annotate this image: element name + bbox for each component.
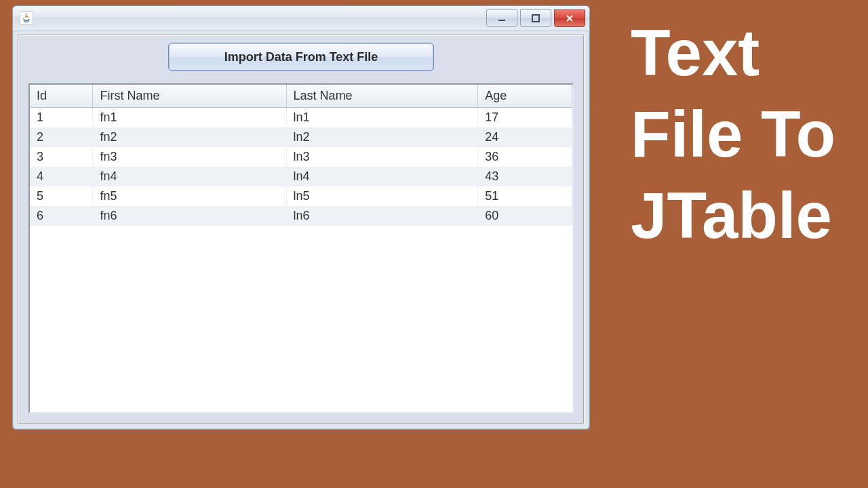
side-caption: Text File To JTable <box>631 12 835 256</box>
client-area: Import Data From Text File Id First Name… <box>18 35 585 424</box>
table-row[interactable]: 6 fn6 ln6 60 <box>30 206 572 226</box>
cell-age[interactable]: 60 <box>478 206 572 226</box>
cell-age[interactable]: 24 <box>478 127 572 147</box>
header-age[interactable]: Age <box>478 85 572 108</box>
table-row[interactable]: 1 fn1 ln1 17 <box>30 108 572 128</box>
cell-last[interactable]: ln4 <box>286 167 478 186</box>
table-header-row: Id First Name Last Name Age <box>30 85 572 108</box>
cell-age[interactable]: 36 <box>478 147 572 167</box>
import-button[interactable]: Import Data From Text File <box>168 43 434 71</box>
table-row[interactable]: 4 fn4 ln4 43 <box>30 167 572 186</box>
svg-rect-1 <box>532 15 539 22</box>
cell-first[interactable]: fn1 <box>93 108 286 128</box>
cell-age[interactable]: 51 <box>478 186 572 206</box>
table-row[interactable]: 5 fn5 ln5 51 <box>30 186 572 206</box>
cell-last[interactable]: ln6 <box>286 206 478 226</box>
header-id[interactable]: Id <box>30 85 93 108</box>
side-caption-line1: Text <box>631 12 835 94</box>
cell-first[interactable]: fn2 <box>93 127 286 147</box>
java-icon <box>20 12 33 25</box>
cell-first[interactable]: fn6 <box>93 206 286 226</box>
cell-last[interactable]: ln5 <box>286 186 478 206</box>
table-row[interactable]: 3 fn3 ln3 36 <box>30 147 572 167</box>
maximize-button[interactable] <box>520 9 551 27</box>
cell-id[interactable]: 3 <box>30 147 93 167</box>
cell-id[interactable]: 2 <box>30 127 93 147</box>
table-row[interactable]: 2 fn2 ln2 24 <box>30 127 572 147</box>
minimize-button[interactable] <box>486 9 517 27</box>
cell-age[interactable]: 43 <box>478 167 572 186</box>
import-button-label: Import Data From Text File <box>224 50 378 64</box>
header-first[interactable]: First Name <box>93 85 286 108</box>
cell-last[interactable]: ln1 <box>286 108 478 128</box>
cell-id[interactable]: 6 <box>30 206 93 226</box>
cell-age[interactable]: 17 <box>478 108 572 128</box>
cell-last[interactable]: ln2 <box>286 127 478 147</box>
close-button[interactable] <box>554 9 585 27</box>
app-window: Import Data From Text File Id First Name… <box>12 5 590 430</box>
cell-first[interactable]: fn4 <box>93 167 286 186</box>
side-caption-line3: JTable <box>631 175 835 256</box>
cell-first[interactable]: fn3 <box>93 147 286 167</box>
cell-id[interactable]: 5 <box>30 186 93 206</box>
cell-first[interactable]: fn5 <box>93 186 286 206</box>
cell-id[interactable]: 1 <box>30 108 93 128</box>
header-last[interactable]: Last Name <box>286 85 478 108</box>
side-caption-line2: File To <box>631 94 835 175</box>
cell-id[interactable]: 4 <box>30 167 93 186</box>
data-table[interactable]: Id First Name Last Name Age 1 fn1 ln1 17 <box>30 85 572 226</box>
titlebar[interactable] <box>13 6 589 31</box>
svg-rect-0 <box>498 20 505 21</box>
data-table-container: Id First Name Last Name Age 1 fn1 ln1 17 <box>28 83 574 413</box>
cell-last[interactable]: ln3 <box>286 147 478 167</box>
